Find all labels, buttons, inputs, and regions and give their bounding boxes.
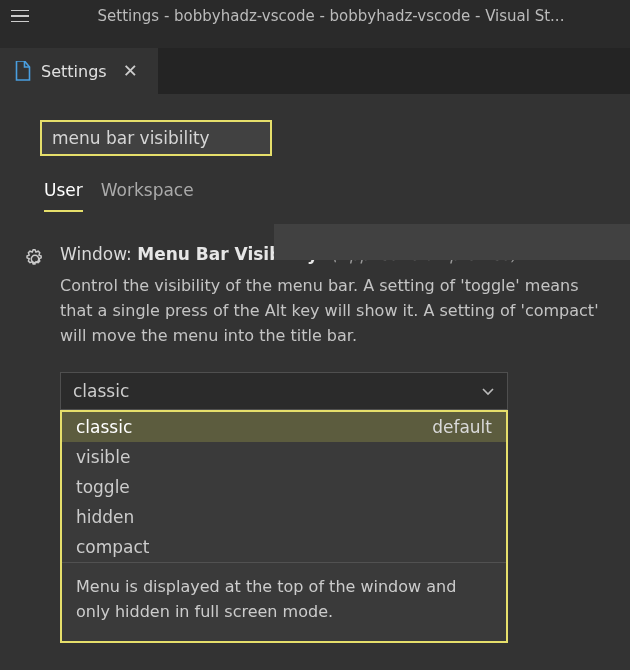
option-toggle[interactable]: toggle [62,472,506,502]
select-value: classic [73,381,129,401]
option-label: compact [76,537,150,557]
file-icon [14,61,31,81]
window-title: Settings - bobbyhadz-vscode - bobbyhadz-… [32,7,630,25]
option-classic[interactable]: classic default [62,412,506,442]
option-label: visible [76,447,130,467]
app-menu-icon[interactable] [8,4,32,28]
scope-tab-user[interactable]: User [44,180,83,212]
settings-editor: User Workspace Window: Menu Bar Visibili… [0,94,630,670]
option-compact[interactable]: compact [62,532,506,562]
setting-description: Control the visibility of the menu bar. … [60,274,615,348]
tab-title: Settings [41,62,107,81]
setting-prefix: Window: [60,244,137,264]
option-label: hidden [76,507,134,527]
settings-search-input[interactable] [40,120,272,156]
close-icon[interactable]: ✕ [117,60,144,82]
option-label: classic [76,417,132,437]
title-bar: Settings - bobbyhadz-vscode - bobbyhadz-… [0,0,630,32]
tab-settings[interactable]: Settings ✕ [0,48,158,94]
option-label: toggle [76,477,130,497]
default-tag: default [432,417,492,437]
search-bg-extension [274,224,630,260]
setting-item: Window: Menu Bar Visibility (Applies to … [60,244,615,643]
scope-tab-workspace[interactable]: Workspace [101,180,194,212]
gear-icon[interactable] [24,248,46,270]
option-visible[interactable]: visible [62,442,506,472]
setting-select[interactable]: classic [60,372,508,410]
select-dropdown: classic default visible toggle hidden co… [60,410,508,643]
chevron-down-icon [481,384,495,398]
option-description: Menu is displayed at the top of the wind… [62,562,506,641]
editor-tab-bar: Settings ✕ [0,48,630,94]
scope-tabs: User Workspace [0,156,630,212]
option-hidden[interactable]: hidden [62,502,506,532]
